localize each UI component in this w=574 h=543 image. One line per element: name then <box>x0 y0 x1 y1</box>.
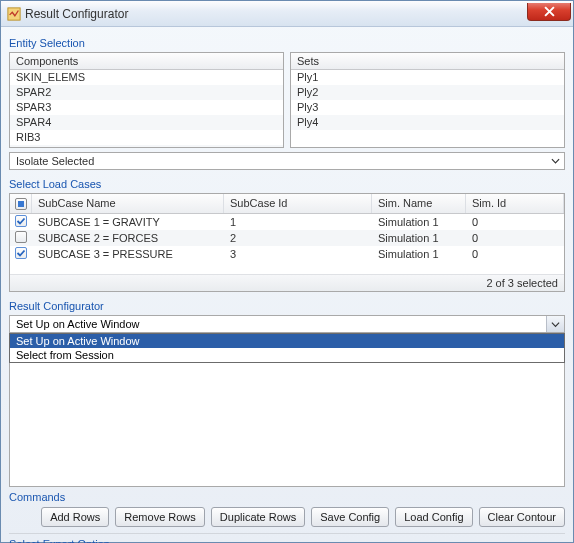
cell-sim: Simulation 1 <box>372 214 466 230</box>
titlebar: Result Configurator <box>1 1 573 27</box>
list-item[interactable]: Ply4 <box>291 115 564 130</box>
table-row[interactable]: SUBCASE 3 = PRESSURE 3 Simulation 1 0 <box>10 246 564 262</box>
column-header[interactable]: Sim. Name <box>372 194 466 213</box>
result-configurator-label: Result Configurator <box>9 300 565 312</box>
divider <box>9 533 565 534</box>
result-mode-dropdown[interactable]: Set Up on Active Window Set Up on Active… <box>9 315 565 333</box>
commands-row: Add Rows Remove Rows Duplicate Rows Save… <box>9 507 565 527</box>
table-header: SubCase Name SubCase Id Sim. Name Sim. I… <box>10 194 564 214</box>
column-header[interactable]: SubCase Id <box>224 194 372 213</box>
column-header[interactable]: SubCase Name <box>32 194 224 213</box>
cell-simid: 0 <box>466 246 564 262</box>
list-item[interactable]: Ply3 <box>291 100 564 115</box>
load-config-button[interactable]: Load Config <box>395 507 472 527</box>
sets-header: Sets <box>291 53 564 70</box>
result-configurator-window: Result Configurator Entity Selection Com… <box>0 0 574 543</box>
chevron-down-icon <box>551 157 560 166</box>
result-mode-options: Set Up on Active Window Select from Sess… <box>9 333 565 363</box>
result-mode-value: Set Up on Active Window <box>16 318 140 330</box>
list-item[interactable]: RIB3 <box>10 130 283 145</box>
list-item[interactable]: SPAR2 <box>10 85 283 100</box>
dropdown-option[interactable]: Set Up on Active Window <box>10 334 564 348</box>
cell-name: SUBCASE 2 = FORCES <box>32 230 224 246</box>
cell-sim: Simulation 1 <box>372 246 466 262</box>
remove-rows-button[interactable]: Remove Rows <box>115 507 205 527</box>
save-config-button[interactable]: Save Config <box>311 507 389 527</box>
cell-name: SUBCASE 3 = PRESSURE <box>32 246 224 262</box>
row-checkbox[interactable] <box>15 231 27 243</box>
table-row[interactable]: SUBCASE 1 = GRAVITY 1 Simulation 1 0 <box>10 214 564 230</box>
load-cases-label: Select Load Cases <box>9 178 565 190</box>
list-item[interactable]: SPAR3 <box>10 100 283 115</box>
cell-name: SUBCASE 1 = GRAVITY <box>32 214 224 230</box>
list-item[interactable]: Ply1 <box>291 70 564 85</box>
cell-sim: Simulation 1 <box>372 230 466 246</box>
clear-contour-button[interactable]: Clear Contour <box>479 507 565 527</box>
chevron-down-icon <box>546 316 564 332</box>
cell-id: 2 <box>224 230 372 246</box>
column-header[interactable]: Sim. Id <box>466 194 564 213</box>
isolate-selected-value: Isolate Selected <box>16 155 94 167</box>
components-header: Components <box>10 53 283 70</box>
app-icon <box>7 7 21 21</box>
dropdown-option[interactable]: Select from Session <box>10 348 564 362</box>
entity-selection-label: Entity Selection <box>9 37 565 49</box>
table-row[interactable]: SUBCASE 2 = FORCES 2 Simulation 1 0 <box>10 230 564 246</box>
commands-label: Commands <box>9 491 565 503</box>
list-item[interactable]: Ply2 <box>291 85 564 100</box>
row-checkbox[interactable] <box>15 215 27 227</box>
close-button[interactable] <box>527 3 571 21</box>
select-all-checkbox[interactable] <box>15 198 27 210</box>
selection-count: 2 of 3 selected <box>10 274 564 291</box>
export-option-label: Select Export Option <box>9 538 565 543</box>
cell-simid: 0 <box>466 214 564 230</box>
isolate-selected-dropdown[interactable]: Isolate Selected <box>9 152 565 170</box>
components-list[interactable]: Components SKIN_ELEMS SPAR2 SPAR3 SPAR4 … <box>9 52 284 148</box>
list-item[interactable]: SPAR4 <box>10 115 283 130</box>
result-config-area <box>9 361 565 487</box>
row-checkbox[interactable] <box>15 247 27 259</box>
duplicate-rows-button[interactable]: Duplicate Rows <box>211 507 305 527</box>
sets-list[interactable]: Sets Ply1 Ply2 Ply3 Ply4 <box>290 52 565 148</box>
cell-id: 1 <box>224 214 372 230</box>
load-cases-table: SubCase Name SubCase Id Sim. Name Sim. I… <box>9 193 565 292</box>
cell-simid: 0 <box>466 230 564 246</box>
list-item[interactable]: SKIN_ELEMS <box>10 70 283 85</box>
cell-id: 3 <box>224 246 372 262</box>
add-rows-button[interactable]: Add Rows <box>41 507 109 527</box>
window-title: Result Configurator <box>25 7 128 21</box>
header-checkbox-cell[interactable] <box>10 194 32 213</box>
list-item[interactable]: RIB2 <box>10 145 283 148</box>
